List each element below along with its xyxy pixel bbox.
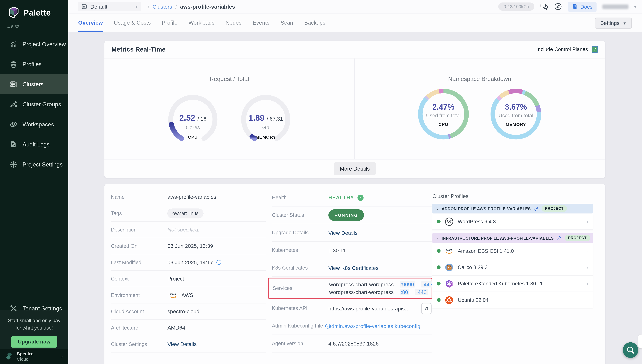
namespace-breakdown-section: Namespace Breakdown 2.47%Used from total… (355, 58, 605, 159)
profile-item-palette-extended-kubernetes-1-30-11[interactable]: Palette eXtended Kubernetes 1.30.11› (432, 276, 593, 292)
sidebar-item-label: Cluster Groups (23, 101, 61, 108)
profile-items: WWordPress 6.4.3› (432, 214, 593, 230)
service-entry: wordpress-chart-wordpress:9090:443 (329, 281, 434, 288)
link-view-k8s-certificates[interactable]: View K8s Certificates (328, 265, 378, 271)
sidebar-item-cluster-groups[interactable]: Cluster Groups (0, 94, 68, 114)
gauge-unit: Cores (166, 124, 220, 130)
docs-button[interactable]: Docs (568, 2, 596, 12)
gauge-unit: Gb (239, 124, 292, 130)
breadcrumb-separator: / (175, 4, 177, 10)
detail-label: K8s Certificates (272, 265, 328, 271)
svg-text:aws: aws (446, 248, 453, 252)
chevron-down-icon: ▾ (135, 4, 137, 9)
sidebar-footer: Spectro Cloud ‹ (0, 349, 68, 364)
user-menu-chevron-icon[interactable]: ▾ (634, 4, 636, 9)
tab-workloads[interactable]: Workloads (188, 14, 215, 32)
request-total-title: Request / Total (104, 76, 354, 82)
settings-button[interactable]: Settings ▼ (595, 18, 632, 28)
gear-icon (10, 160, 17, 168)
link-view-details[interactable]: View Details (328, 230, 357, 236)
left-row-created-on: Created On03 Jun 2025, 13:39 (111, 238, 266, 254)
sidebar-item-workspaces[interactable]: Workspaces (0, 114, 68, 134)
detail-value: 03 Jun 2025, 14:17 (167, 259, 266, 265)
detail-value: spectro-cloud (167, 308, 266, 314)
servers-icon (10, 80, 17, 88)
compass-icon[interactable] (554, 2, 562, 11)
sidebar-item-project-overview[interactable]: Project Overview (0, 34, 68, 54)
left-row-tags: Tagsowner: linus (111, 205, 266, 222)
detail-label: Environment (111, 292, 167, 298)
credits-meter: 0.42/100kCh (498, 2, 534, 11)
tab-overview[interactable]: Overview (78, 14, 103, 32)
link-view-details[interactable]: View Details (167, 341, 197, 347)
sidebar: Palette 4.6.32 Project OverviewProfilesC… (0, 0, 68, 364)
detail-label: Services (273, 285, 329, 291)
aws-icon: aws (167, 291, 178, 299)
settings-label: Settings (600, 20, 619, 26)
profile-item-amazon-ebs-csi-1-41-0[interactable]: awsAmazon EBS CSI 1.41.0› (432, 243, 593, 259)
header-actions: 0.42/100kCh (498, 2, 636, 12)
docs-label: Docs (580, 4, 592, 10)
service-port-link[interactable]: :9090 (399, 281, 415, 288)
app-window: Palette 4.6.32 Project OverviewProfilesC… (0, 0, 642, 364)
sidebar-item-profiles[interactable]: Profiles (0, 54, 68, 74)
project-badge: PROJECT (542, 205, 567, 212)
help-search-fab[interactable] (623, 342, 638, 358)
include-control-planes-checkbox[interactable]: ✓ (592, 46, 598, 53)
tab-usage-costs[interactable]: Usage & Costs (114, 14, 151, 32)
upgrade-promo: Start small and only pay for what you us… (0, 310, 68, 349)
brand-text: Spectro Cloud (17, 351, 34, 362)
more-details-button[interactable]: More Details (334, 162, 376, 175)
detail-label: Tags (111, 210, 167, 216)
tab-nodes[interactable]: Nodes (226, 14, 242, 32)
profile-item-ubuntu-22-04[interactable]: Ubuntu 22.04› (432, 292, 593, 308)
breadcrumb-link-clusters[interactable]: Clusters (153, 4, 172, 10)
project-selector[interactable]: Default ▾ (78, 2, 141, 12)
copy-button[interactable] (421, 303, 432, 314)
detail-value: 1.30.11 (328, 247, 432, 253)
request-total-section: Request / Total 2.52 / 16CoresCPU 1.89 /… (104, 58, 355, 159)
status-dot (437, 266, 441, 269)
tab-profile[interactable]: Profile (162, 14, 177, 32)
sidebar-item-label: Audit Logs (23, 141, 50, 148)
sidebar-item-clusters[interactable]: Clusters (0, 74, 68, 94)
donut-caption: Used from total (491, 113, 541, 119)
user-name-redacted[interactable] (602, 4, 628, 9)
left-row-cluster-settings: Cluster SettingsView Details (111, 336, 266, 352)
tab-backups[interactable]: Backups (304, 14, 325, 32)
detail-label: Architecture (111, 325, 167, 331)
edge-widget[interactable] (638, 334, 642, 348)
profile-group-header[interactable]: ∨INFRASTRUCTURE PROFILE AWS-PROFILE-VARI… (432, 233, 593, 243)
gauge-value: 1.89 / 67.31 (239, 113, 292, 123)
tab-events[interactable]: Events (253, 14, 270, 32)
detail-label: Kubernetes (272, 248, 328, 253)
service-port-link[interactable]: :80 (399, 289, 409, 295)
profile-group-name: ADDON PROFILE AWS-PROFILE-VARIABLES (442, 206, 531, 211)
service-port-link[interactable]: :443 (415, 289, 428, 295)
book-icon (572, 4, 578, 10)
profile-item-name: WordPress 6.4.3 (458, 219, 496, 224)
project-selector-value: Default (91, 4, 107, 10)
gauge-memory: 1.89 / 67.31GbMEMORY (239, 94, 292, 145)
health-status: HEALTHY (328, 195, 354, 200)
chat-icon[interactable] (540, 2, 548, 11)
profile-group-header[interactable]: ∨ADDON PROFILE AWS-PROFILE-VARIABLESPROJ… (432, 204, 593, 214)
sidebar-item-audit-logs[interactable]: Audit Logs (0, 134, 68, 154)
chevron-right-icon: › (587, 280, 588, 287)
status-dot (437, 220, 441, 223)
app-version: 4.6.32 (0, 19, 68, 29)
profile-item-wordpress-6-4-3[interactable]: WWordPress 6.4.3› (432, 214, 593, 230)
detail-label: Upgrade Details (272, 230, 328, 236)
upgrade-now-button[interactable]: Upgrade now (11, 336, 57, 348)
sidebar-item-project-settings[interactable]: Project Settings (0, 154, 68, 174)
collapse-sidebar-icon[interactable]: ‹ (61, 353, 63, 360)
middle-row-kubernetes-api: Kubernetes APIhttps://aws-profile-variab… (272, 300, 432, 317)
link-admin-aws-profile-variables-kubeconfig[interactable]: admin.aws-profile-variables.kubeconfig (328, 323, 420, 329)
chart-icon (10, 40, 17, 48)
detail-label: Agent version (272, 341, 328, 346)
tab-scan[interactable]: Scan (281, 14, 293, 32)
middle-row-services: Serviceswordpress-chart-wordpress:9090:4… (268, 278, 432, 299)
profile-item-calico-3-29-3[interactable]: Calico 3.29.3› (432, 259, 593, 276)
service-name: wordpress-chart-wordpress (329, 289, 394, 295)
service-port-link[interactable]: :443 (421, 281, 434, 288)
